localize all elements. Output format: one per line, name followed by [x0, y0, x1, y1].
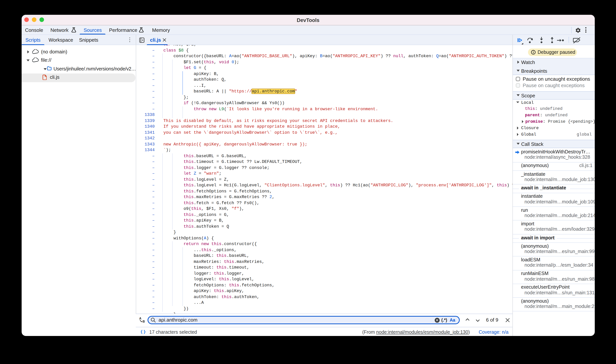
svg-text:A: A [139, 317, 141, 320]
svg-text:B: B [142, 320, 145, 323]
